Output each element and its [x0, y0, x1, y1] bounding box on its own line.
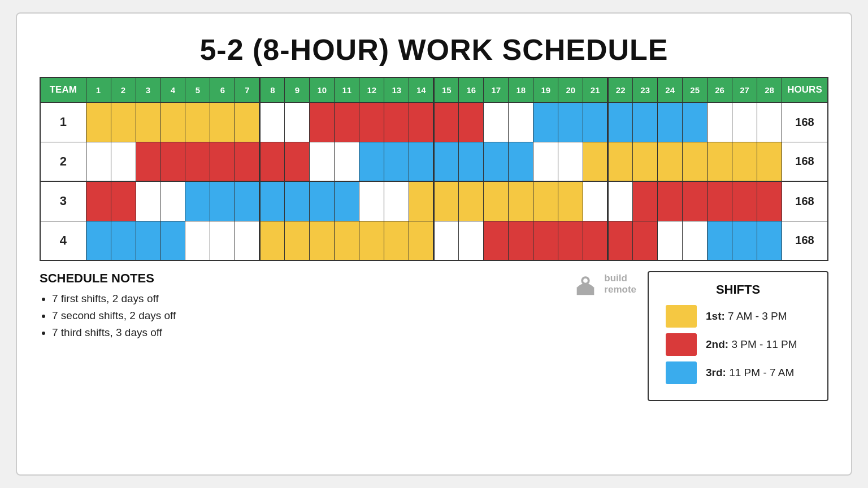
cell — [558, 181, 583, 221]
team-header: TEAM — [40, 77, 86, 102]
day-header-5: 5 — [185, 77, 210, 102]
cell — [558, 102, 583, 142]
team-label: 1 — [40, 102, 86, 142]
cell — [658, 142, 683, 181]
cell — [359, 102, 384, 142]
day-header-6: 6 — [210, 77, 235, 102]
buildremote-logo-icon — [572, 271, 598, 297]
legend-label-3rd: 3rd: 11 PM - 7 AM — [706, 367, 794, 379]
note-item-3: 7 third shifts, 3 days off — [52, 326, 561, 339]
cell — [683, 102, 708, 142]
cell — [434, 181, 459, 221]
cell — [210, 142, 235, 181]
cell — [86, 102, 111, 142]
cell — [583, 221, 608, 260]
cell — [335, 221, 359, 260]
cell — [484, 102, 509, 142]
cell — [533, 181, 558, 221]
cell — [459, 142, 484, 181]
table-row: 3 — [40, 181, 828, 221]
cell — [533, 221, 558, 260]
cell — [484, 142, 509, 181]
hours-header: HOURS — [782, 77, 828, 102]
cell — [160, 102, 185, 142]
cell — [533, 102, 558, 142]
table-header: TEAM 1 2 3 4 5 6 7 8 9 10 11 12 13 14 15… — [40, 77, 828, 102]
day-header-25: 25 — [683, 77, 708, 102]
cell — [434, 102, 459, 142]
day-header-12: 12 — [359, 77, 384, 102]
cell — [384, 181, 409, 221]
day-header-24: 24 — [658, 77, 683, 102]
cell — [111, 142, 136, 181]
legend-title: SHIFTS — [666, 282, 810, 297]
cell — [509, 181, 533, 221]
cell — [633, 181, 658, 221]
day-header-27: 27 — [732, 77, 757, 102]
legend-label-1st: 1st: 7 AM - 3 PM — [706, 310, 787, 323]
cell — [558, 221, 583, 260]
day-header-28: 28 — [757, 77, 782, 102]
team-label: 4 — [40, 221, 86, 260]
cell — [359, 221, 384, 260]
day-header-19: 19 — [533, 77, 558, 102]
cell — [608, 221, 633, 260]
cell — [285, 142, 310, 181]
cell — [235, 102, 260, 142]
cell — [658, 102, 683, 142]
day-header-14: 14 — [409, 77, 434, 102]
cell — [210, 221, 235, 260]
cell — [757, 102, 782, 142]
cell — [310, 102, 335, 142]
cell — [285, 181, 310, 221]
cell — [509, 102, 533, 142]
cell — [757, 221, 782, 260]
day-header-2: 2 — [111, 77, 136, 102]
legend-color-2nd — [666, 333, 697, 356]
cell — [509, 221, 533, 260]
cell — [235, 181, 260, 221]
cell — [185, 221, 210, 260]
notes-title: SCHEDULE NOTES — [40, 271, 561, 286]
cell — [434, 142, 459, 181]
cell — [757, 181, 782, 221]
cell — [484, 181, 509, 221]
team-label: 3 — [40, 181, 86, 221]
day-header-16: 16 — [459, 77, 484, 102]
day-header-17: 17 — [484, 77, 509, 102]
notes-list: 7 first shifts, 2 days off 7 second shif… — [40, 293, 561, 339]
hours-value: 168 — [782, 102, 828, 142]
cell — [459, 181, 484, 221]
card: 5-2 (8-HOUR) WORK SCHEDULE TEAM 1 2 3 4 … — [16, 12, 852, 476]
cell — [608, 142, 633, 181]
legend-label-2nd: 2nd: 3 PM - 11 PM — [706, 338, 797, 351]
cell — [335, 142, 359, 181]
cell — [235, 221, 260, 260]
cell — [683, 221, 708, 260]
cell — [533, 142, 558, 181]
cell — [409, 221, 434, 260]
cell — [732, 181, 757, 221]
cell — [210, 102, 235, 142]
day-header-13: 13 — [384, 77, 409, 102]
day-header-11: 11 — [335, 77, 359, 102]
cell — [583, 181, 608, 221]
cell — [608, 102, 633, 142]
legend-color-3rd — [666, 361, 697, 384]
cell — [260, 142, 285, 181]
day-header-21: 21 — [583, 77, 608, 102]
notes-section: SCHEDULE NOTES 7 first shifts, 2 days of… — [40, 271, 561, 339]
table-row: 2 — [40, 142, 828, 181]
cell — [136, 221, 160, 260]
day-header-1: 1 — [86, 77, 111, 102]
logo-line1: build — [604, 273, 636, 284]
cell — [210, 181, 235, 221]
legend-item-2nd: 2nd: 3 PM - 11 PM — [666, 333, 810, 356]
cell — [111, 181, 136, 221]
note-item-2: 7 second shifts, 2 days off — [52, 310, 561, 322]
cell — [260, 102, 285, 142]
bottom-section: SCHEDULE NOTES 7 first shifts, 2 days of… — [40, 271, 828, 401]
cell — [285, 221, 310, 260]
cell — [185, 142, 210, 181]
cell — [558, 142, 583, 181]
